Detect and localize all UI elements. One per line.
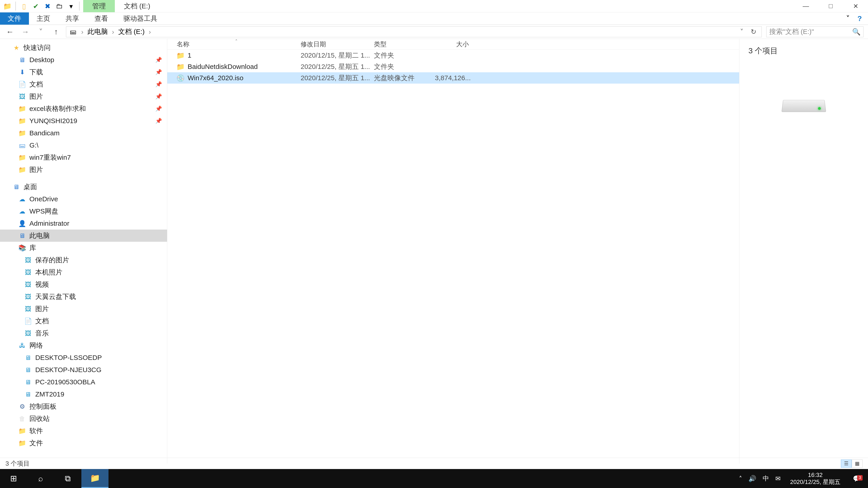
- tree-item[interactable]: ⬇下载📌: [0, 66, 167, 78]
- search-box[interactable]: 搜索"文档 (E:)" 🔍: [766, 26, 864, 37]
- recycle-icon: 🗑: [18, 415, 26, 423]
- tree-item[interactable]: 🖥PC-20190530OBLA: [0, 376, 167, 388]
- tree-item[interactable]: 🖼图片📌: [0, 90, 167, 103]
- column-type[interactable]: 类型: [374, 40, 435, 48]
- taskbar-explorer[interactable]: 📁: [81, 469, 108, 488]
- tree-quick-access[interactable]: ★ 快速访问: [0, 41, 167, 54]
- up-button[interactable]: ↑: [51, 26, 61, 37]
- tray-app-icon[interactable]: ✉: [775, 475, 780, 482]
- tree-item[interactable]: 🖥此电脑: [0, 230, 167, 242]
- tree-label: DESKTOP-NJEU3CG: [35, 366, 101, 374]
- column-size[interactable]: 大小: [435, 40, 473, 48]
- tree-label: 网络: [29, 341, 43, 350]
- tree-item[interactable]: 📄文档📌: [0, 78, 167, 90]
- status-text: 3 个项目: [5, 459, 30, 468]
- tree-item[interactable]: 🖼天翼云盘下载: [0, 291, 167, 303]
- file-row[interactable]: 📁BaiduNetdiskDownload2020/12/25, 星期五 1..…: [167, 61, 739, 72]
- tree-item[interactable]: 🖼本机照片: [0, 266, 167, 278]
- tree-desktop[interactable]: 🖥 桌面: [0, 181, 167, 193]
- maximize-button[interactable]: □: [818, 0, 843, 12]
- ribbon-tab-view[interactable]: 查看: [87, 12, 116, 25]
- forward-button[interactable]: →: [20, 26, 31, 37]
- tree-item[interactable]: 🖥DESKTOP-NJEU3CG: [0, 364, 167, 376]
- task-view-button[interactable]: ⧉: [54, 469, 81, 488]
- tree-label: excel表格制作求和: [29, 104, 86, 113]
- ribbon-expand-icon[interactable]: ˅: [844, 15, 852, 22]
- ribbon-tab-share[interactable]: 共享: [58, 12, 87, 25]
- tree-recycle[interactable]: 🗑 回收站: [0, 413, 167, 425]
- volume-icon[interactable]: 🔊: [748, 475, 756, 482]
- pic-icon: 🖼: [18, 92, 26, 101]
- tree-item[interactable]: 🖼音乐: [0, 327, 167, 339]
- tree-item[interactable]: 📁win7重装win7: [0, 151, 167, 164]
- tree-item[interactable]: 🖥Desktop📌: [0, 54, 167, 66]
- ribbon-tab-file[interactable]: 文件: [0, 12, 29, 25]
- close-button[interactable]: ✕: [843, 0, 868, 12]
- minimize-button[interactable]: —: [794, 0, 818, 12]
- tree-item[interactable]: ☁OneDrive: [0, 193, 167, 205]
- tree-item[interactable]: 📁YUNQISHI2019📌: [0, 115, 167, 127]
- file-name: BaiduNetdiskDownload: [188, 63, 258, 70]
- tree-label: 天翼云盘下载: [35, 292, 76, 301]
- refresh-icon[interactable]: ↻: [748, 28, 759, 36]
- tree-item[interactable]: 🖼视频: [0, 278, 167, 291]
- app-icon[interactable]: 📁: [2, 1, 12, 11]
- breadcrumb-item[interactable]: 此电脑: [88, 27, 108, 36]
- tree-item[interactable]: 🖼图片: [0, 303, 167, 315]
- tree-label: 此电脑: [29, 231, 50, 240]
- action-center-button[interactable]: 💬 3: [850, 475, 864, 482]
- navigation-tree[interactable]: ★ 快速访问 🖥Desktop📌⬇下载📌📄文档📌🖼图片📌📁excel表格制作求和…: [0, 39, 167, 464]
- ime-indicator[interactable]: 中: [763, 474, 769, 483]
- tree-label: 回收站: [29, 414, 50, 423]
- start-button[interactable]: ⊞: [0, 469, 27, 488]
- details-view-button[interactable]: ☰: [841, 459, 852, 468]
- breadcrumb-item[interactable]: 文档 (E:): [118, 27, 145, 36]
- qat-dropdown-icon[interactable]: ▾: [66, 1, 76, 11]
- tree-item[interactable]: 🖼保存的图片: [0, 254, 167, 266]
- tree-item[interactable]: 📁Bandicam: [0, 127, 167, 139]
- sort-caret-icon: ˄: [235, 39, 238, 45]
- help-icon[interactable]: ?: [856, 15, 864, 22]
- file-row[interactable]: 💿Win7x64_2020.iso2020/12/25, 星期五 1...光盘映…: [167, 72, 739, 84]
- back-button[interactable]: ←: [4, 26, 16, 37]
- recent-dropdown[interactable]: ˅: [35, 26, 46, 37]
- tree-item[interactable]: 📁excel表格制作求和📌: [0, 103, 167, 115]
- file-rows[interactable]: 📁12020/12/15, 星期二 1...文件夹📁BaiduNetdiskDo…: [167, 50, 739, 464]
- tree-network[interactable]: 🖧 网络: [0, 339, 167, 352]
- tree-software[interactable]: 📁 软件: [0, 425, 167, 437]
- monitor-icon: 🖥: [18, 56, 26, 64]
- ribbon-tab-drivetools[interactable]: 驱动器工具: [116, 12, 165, 25]
- column-name[interactable]: 名称: [167, 40, 301, 48]
- file-row[interactable]: 📁12020/12/15, 星期二 1...文件夹: [167, 50, 739, 61]
- tree-item[interactable]: 📄文档: [0, 315, 167, 327]
- tree-item[interactable]: 🖥ZMT2019: [0, 388, 167, 400]
- down-icon: ⬇: [18, 68, 26, 76]
- tree-item[interactable]: ☁WPS网盘: [0, 205, 167, 217]
- qat-properties-icon[interactable]: ▯: [19, 1, 29, 11]
- ribbon-tab-home[interactable]: 主页: [29, 12, 58, 25]
- address-dropdown-icon[interactable]: ˅: [738, 28, 745, 36]
- tree-item[interactable]: 📁图片: [0, 164, 167, 176]
- tray-chevron-icon[interactable]: ˄: [739, 475, 742, 482]
- tree-item[interactable]: 🖥DESKTOP-LSSOEDP: [0, 352, 167, 364]
- qat-x-icon[interactable]: ✖: [42, 1, 53, 11]
- tree-label: 保存的图片: [35, 256, 69, 265]
- tree-item[interactable]: 📚库: [0, 242, 167, 254]
- tree-item[interactable]: 👤Administrator: [0, 217, 167, 230]
- pic-icon: 🖼: [24, 305, 32, 313]
- tree-label: 音乐: [35, 329, 49, 338]
- tree-wenjian[interactable]: 📁 文件: [0, 437, 167, 449]
- search-button[interactable]: ⌕: [27, 469, 54, 488]
- tree-item[interactable]: 🖴G:\: [0, 139, 167, 151]
- clock[interactable]: 16:32 2020/12/25, 星期五: [787, 471, 844, 486]
- contextual-tab[interactable]: 管理: [83, 0, 115, 12]
- column-date[interactable]: 修改日期: [301, 40, 374, 48]
- thumbnails-view-button[interactable]: ▦: [852, 459, 863, 468]
- qat-check-icon[interactable]: ✔: [31, 1, 41, 11]
- tree-label: 控制面板: [29, 402, 57, 411]
- tree-control-panel[interactable]: ⚙ 控制面板: [0, 400, 167, 413]
- netpc-icon: 🖥: [24, 390, 32, 398]
- qat-newfolder-icon[interactable]: 🗀: [54, 1, 64, 11]
- search-icon[interactable]: 🔍: [852, 28, 861, 36]
- address-bar[interactable]: 🖴 › 此电脑 › 文档 (E:) › ˅ ↻: [66, 26, 762, 37]
